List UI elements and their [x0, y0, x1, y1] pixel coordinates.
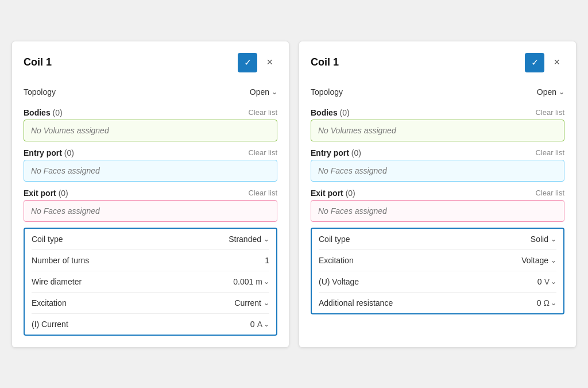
panel1-exit-title: Exit port (0) [24, 189, 68, 198]
panel1-coiltype-value: Stranded [229, 235, 261, 244]
panel2-excitation-arrow-icon: ⌄ [551, 256, 556, 264]
panel2-voltage-unit: V [544, 277, 550, 286]
panel1-close-button[interactable]: × [262, 53, 277, 72]
panel2-exit-header: Exit port (0) Clear list [311, 189, 564, 198]
panel1-bodies-label: Bodies [24, 108, 51, 117]
panel1-coiltype-row: Coil type Stranded ⌄ [32, 229, 269, 250]
panel1-topology-label: Topology [24, 87, 56, 97]
panel1-entry-clear-button[interactable]: Clear list [248, 148, 277, 157]
panel2-resistance-unit-dropdown[interactable]: Ω ⌄ [544, 298, 556, 308]
panel1-excitation-row: Excitation Current ⌄ [32, 293, 269, 314]
panel2-entry-placeholder: No Faces assigned [318, 166, 387, 175]
panel1-excitation-dropdown[interactable]: Current ⌄ [234, 298, 269, 308]
panel1-confirm-button[interactable]: ✓ [238, 53, 257, 72]
panel2-exit-count: (0) [346, 189, 355, 198]
panel2-header-buttons: ✓ × [525, 53, 564, 72]
panel1-wire-label: Wire diameter [32, 277, 82, 286]
panel1-wire-value-container: 0.001 m ⌄ [233, 277, 269, 286]
panel1-entry-placeholder: No Faces assigned [31, 166, 100, 175]
panel1-header-buttons: ✓ × [238, 53, 277, 72]
panel1-coiltype-label: Coil type [32, 235, 63, 244]
panel2-bodies-clear-button[interactable]: Clear list [535, 108, 564, 117]
panel1-current-unit-dropdown[interactable]: A ⌄ [257, 320, 269, 329]
panel1-bodies-placeholder: No Volumes assigned [31, 126, 109, 135]
panel1-wire-unit-arrow-icon: ⌄ [264, 278, 269, 286]
panel2-voltage-unit-dropdown[interactable]: V ⌄ [544, 277, 556, 286]
panel1-wire-unit: m [256, 277, 262, 286]
panel2-header: Coil 1 ✓ × [311, 53, 564, 72]
panel2-voltage-value-container: 0 V ⌄ [537, 277, 556, 286]
panel2-entry-title: Entry port (0) [311, 148, 361, 157]
panel1-turns-label: Number of turns [32, 256, 89, 265]
panel2-coiltype-value: Solid [531, 235, 548, 244]
panel1-bodies-title: Bodies (0) [24, 108, 63, 117]
panel1-wire-value: 0.001 [233, 277, 253, 286]
panel2-checkmark-icon: ✓ [531, 57, 539, 68]
panel1-wire-unit-dropdown[interactable]: m ⌄ [256, 277, 269, 286]
panel2-resistance-value: 0 [537, 298, 541, 308]
panel2-exit-clear-button[interactable]: Clear list [535, 189, 564, 197]
panel1-bodies-clear-button[interactable]: Clear list [248, 108, 277, 117]
panel2-bodies-header: Bodies (0) Clear list [311, 108, 564, 117]
panel1-current-label: (I) Current [32, 320, 68, 329]
panel2-resistance-value-container: 0 Ω ⌄ [537, 298, 556, 308]
panel2-exit-placeholder: No Faces assigned [318, 206, 387, 216]
panel2-voltage-value: 0 [537, 277, 542, 286]
panel2-entry-clear-button[interactable]: Clear list [535, 148, 564, 157]
panel2-bodies-placeholder: No Volumes assigned [318, 126, 396, 135]
panel2-entry-header: Entry port (0) Clear list [311, 148, 564, 157]
panel2-title: Coil 1 [311, 56, 339, 68]
panel1-current-value-container: 0 A ⌄ [250, 320, 269, 329]
panel1-excitation-arrow-icon: ⌄ [264, 299, 269, 307]
panel2-resistance-row: Additional resistance 0 Ω ⌄ [319, 293, 556, 313]
panel2-entry-box: No Faces assigned [311, 160, 564, 182]
panel1-exit-clear-button[interactable]: Clear list [248, 189, 277, 197]
panel2-excitation-dropdown[interactable]: Voltage ⌄ [521, 256, 556, 265]
panel1-title: Coil 1 [24, 56, 52, 68]
panel1-excitation-value: Current [234, 298, 261, 308]
panel1-entry-title: Entry port (0) [24, 148, 74, 157]
panel1-coil-section: Coil type Stranded ⌄ Number of turns 1 W… [24, 228, 277, 336]
panel2-coiltype-row: Coil type Solid ⌄ [319, 229, 556, 250]
panel1-topology-dropdown[interactable]: Open ⌄ [250, 87, 277, 97]
panel2-resistance-unit: Ω [544, 298, 550, 308]
panel2-topology-dropdown[interactable]: Open ⌄ [537, 87, 564, 97]
panel2-entry-label: Entry port [311, 148, 349, 157]
panel2-entry-count: (0) [351, 148, 361, 157]
panel2-topology-value: Open [537, 87, 556, 97]
panel1-bodies-box: No Volumes assigned [24, 120, 277, 141]
panel2-topology-arrow-icon: ⌄ [559, 88, 564, 96]
panel1-turns-value-container: 1 [265, 256, 269, 265]
panel2-close-icon: × [554, 56, 560, 68]
panel2-coil-section: Coil type Solid ⌄ Excitation Voltage ⌄ (… [311, 228, 564, 314]
panel1-bodies-header: Bodies (0) Clear list [24, 108, 277, 117]
panel2-confirm-button[interactable]: ✓ [525, 53, 544, 72]
panel1-coiltype-dropdown[interactable]: Stranded ⌄ [229, 235, 269, 244]
panel2-resistance-label: Additional resistance [319, 298, 393, 308]
panel1-topology-value: Open [250, 87, 269, 97]
panel2-resistance-unit-arrow-icon: ⌄ [551, 299, 556, 307]
panel2-coiltype-dropdown[interactable]: Solid ⌄ [531, 235, 556, 244]
panel1-entry-box: No Faces assigned [24, 160, 277, 182]
panel-coil1-left: Coil 1 ✓ × Topology Open ⌄ Bodies (0) [11, 41, 289, 348]
panel1-wire-row: Wire diameter 0.001 m ⌄ [32, 271, 269, 293]
panel1-topology-row: Topology Open ⌄ [24, 83, 277, 101]
panel2-exit-title: Exit port (0) [311, 189, 355, 198]
panel2-bodies-box: No Volumes assigned [311, 120, 564, 141]
panel2-excitation-value: Voltage [521, 256, 548, 265]
panel1-excitation-label: Excitation [32, 298, 67, 308]
panel2-voltage-row: (U) Voltage 0 V ⌄ [319, 271, 556, 293]
panel1-current-row: (I) Current 0 A ⌄ [32, 314, 269, 335]
panel1-entry-count: (0) [64, 148, 74, 157]
panel1-exit-box: No Faces assigned [24, 200, 277, 222]
panel2-coiltype-arrow-icon: ⌄ [551, 235, 556, 243]
panel2-coiltype-label: Coil type [319, 235, 350, 244]
panel2-bodies-count: (0) [340, 108, 350, 117]
panel1-coiltype-arrow-icon: ⌄ [264, 235, 269, 243]
panel1-exit-placeholder: No Faces assigned [31, 206, 100, 216]
panel1-turns-value: 1 [265, 256, 269, 265]
panel2-close-button[interactable]: × [549, 53, 564, 72]
panel1-current-value: 0 [250, 320, 255, 329]
panel1-entry-header: Entry port (0) Clear list [24, 148, 277, 157]
panel2-excitation-row: Excitation Voltage ⌄ [319, 250, 556, 271]
